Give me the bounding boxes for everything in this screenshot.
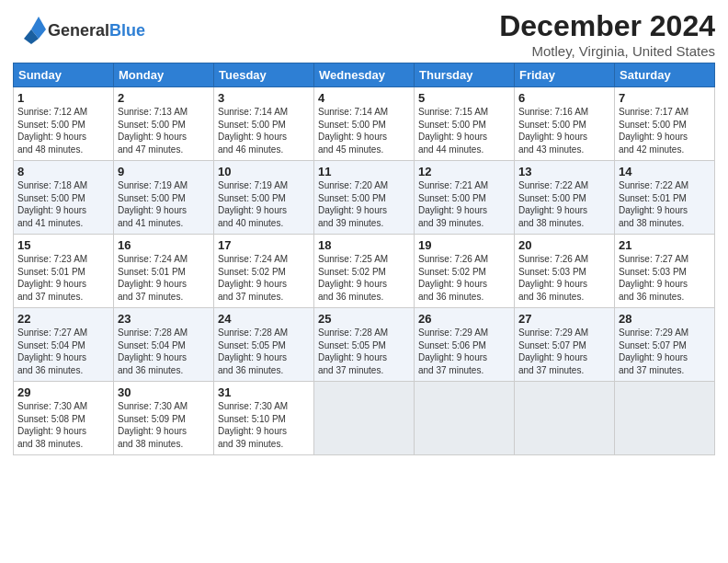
day-info: Sunrise: 7:28 AM Sunset: 5:04 PM Dayligh…: [118, 327, 210, 376]
day-number: 5: [418, 91, 510, 105]
day-info: Sunrise: 7:22 AM Sunset: 5:00 PM Dayligh…: [518, 179, 610, 229]
logo-general: General: [48, 21, 109, 40]
calendar-week-row-2: 8Sunrise: 7:18 AM Sunset: 5:00 PM Daylig…: [14, 161, 715, 235]
day-info: Sunrise: 7:27 AM Sunset: 5:04 PM Dayligh…: [17, 327, 109, 376]
day-number: 30: [118, 385, 210, 399]
header: GeneralBlue December 2024 Motley, Virgin…: [13, 9, 715, 59]
calendar-cell: 7Sunrise: 7:17 AM Sunset: 5:00 PM Daylig…: [615, 87, 715, 161]
day-number: 6: [518, 91, 610, 105]
calendar-cell: 6Sunrise: 7:16 AM Sunset: 5:00 PM Daylig…: [515, 87, 615, 161]
calendar-cell: 1Sunrise: 7:12 AM Sunset: 5:00 PM Daylig…: [14, 87, 114, 161]
day-number: 4: [318, 91, 410, 105]
calendar-cell: 10Sunrise: 7:19 AM Sunset: 5:00 PM Dayli…: [214, 161, 314, 235]
day-info: Sunrise: 7:21 AM Sunset: 5:00 PM Dayligh…: [418, 179, 510, 229]
main-title: December 2024: [499, 9, 715, 43]
day-info: Sunrise: 7:19 AM Sunset: 5:00 PM Dayligh…: [118, 179, 210, 229]
day-info: Sunrise: 7:24 AM Sunset: 5:01 PM Dayligh…: [118, 253, 210, 303]
logo-blue: Blue: [109, 21, 145, 40]
calendar-week-row-3: 15Sunrise: 7:23 AM Sunset: 5:01 PM Dayli…: [14, 235, 715, 308]
day-info: Sunrise: 7:26 AM Sunset: 5:02 PM Dayligh…: [418, 253, 510, 303]
day-info: Sunrise: 7:14 AM Sunset: 5:00 PM Dayligh…: [318, 106, 410, 155]
day-number: 3: [218, 91, 310, 105]
calendar-cell: 19Sunrise: 7:26 AM Sunset: 5:02 PM Dayli…: [415, 235, 515, 308]
day-number: 10: [218, 165, 310, 178]
day-info: Sunrise: 7:14 AM Sunset: 5:00 PM Dayligh…: [218, 106, 310, 155]
day-info: Sunrise: 7:24 AM Sunset: 5:02 PM Dayligh…: [218, 253, 310, 303]
title-block: December 2024 Motley, Virginia, United S…: [499, 9, 715, 59]
calendar-cell: 13Sunrise: 7:22 AM Sunset: 5:00 PM Dayli…: [515, 161, 615, 235]
day-info: Sunrise: 7:12 AM Sunset: 5:00 PM Dayligh…: [17, 106, 109, 155]
calendar-cell: 18Sunrise: 7:25 AM Sunset: 5:02 PM Dayli…: [314, 235, 415, 308]
calendar-cell: 30Sunrise: 7:30 AM Sunset: 5:09 PM Dayli…: [114, 382, 214, 455]
day-number: 28: [619, 312, 711, 326]
day-number: 2: [118, 91, 210, 105]
calendar-cell: 16Sunrise: 7:24 AM Sunset: 5:01 PM Dayli…: [114, 235, 214, 308]
day-info: Sunrise: 7:29 AM Sunset: 5:07 PM Dayligh…: [619, 327, 711, 376]
day-number: 11: [318, 165, 410, 178]
day-number: 29: [17, 385, 109, 399]
logo-text: GeneralBlue: [48, 21, 145, 40]
calendar-cell: [615, 382, 715, 455]
day-number: 8: [17, 165, 109, 178]
day-info: Sunrise: 7:25 AM Sunset: 5:02 PM Dayligh…: [318, 253, 410, 303]
calendar-cell: 17Sunrise: 7:24 AM Sunset: 5:02 PM Dayli…: [214, 235, 314, 308]
calendar-week-row-1: 1Sunrise: 7:12 AM Sunset: 5:00 PM Daylig…: [14, 87, 715, 161]
day-number: 21: [619, 238, 711, 252]
day-number: 12: [418, 165, 510, 178]
day-number: 7: [619, 91, 711, 105]
day-info: Sunrise: 7:30 AM Sunset: 5:08 PM Dayligh…: [17, 400, 109, 450]
day-info: Sunrise: 7:19 AM Sunset: 5:00 PM Dayligh…: [218, 179, 310, 229]
calendar-cell: 27Sunrise: 7:29 AM Sunset: 5:07 PM Dayli…: [515, 308, 615, 382]
day-number: 16: [118, 238, 210, 252]
day-number: 22: [17, 312, 109, 326]
calendar-cell: [415, 382, 515, 455]
day-info: Sunrise: 7:22 AM Sunset: 5:01 PM Dayligh…: [619, 179, 711, 229]
day-number: 1: [17, 91, 109, 105]
logo: GeneralBlue: [13, 13, 145, 48]
calendar-cell: 29Sunrise: 7:30 AM Sunset: 5:08 PM Dayli…: [14, 382, 114, 455]
calendar-table: Sunday Monday Tuesday Wednesday Thursday…: [13, 63, 715, 455]
day-info: Sunrise: 7:29 AM Sunset: 5:06 PM Dayligh…: [418, 327, 510, 376]
calendar-cell: 25Sunrise: 7:28 AM Sunset: 5:05 PM Dayli…: [314, 308, 415, 382]
day-number: 24: [218, 312, 310, 326]
page-container: GeneralBlue December 2024 Motley, Virgin…: [0, 0, 728, 461]
calendar-cell: [314, 382, 415, 455]
day-info: Sunrise: 7:16 AM Sunset: 5:00 PM Dayligh…: [518, 106, 610, 155]
day-info: Sunrise: 7:30 AM Sunset: 5:10 PM Dayligh…: [218, 400, 310, 450]
calendar-cell: 2Sunrise: 7:13 AM Sunset: 5:00 PM Daylig…: [114, 87, 214, 161]
day-info: Sunrise: 7:15 AM Sunset: 5:00 PM Dayligh…: [418, 106, 510, 155]
day-info: Sunrise: 7:29 AM Sunset: 5:07 PM Dayligh…: [518, 327, 610, 376]
day-number: 27: [518, 312, 610, 326]
col-tuesday: Tuesday: [214, 63, 314, 87]
day-info: Sunrise: 7:20 AM Sunset: 5:00 PM Dayligh…: [318, 179, 410, 229]
calendar-week-row-4: 22Sunrise: 7:27 AM Sunset: 5:04 PM Dayli…: [14, 308, 715, 382]
col-sunday: Sunday: [14, 63, 114, 87]
col-saturday: Saturday: [615, 63, 715, 87]
calendar-cell: 22Sunrise: 7:27 AM Sunset: 5:04 PM Dayli…: [14, 308, 114, 382]
day-number: 17: [218, 238, 310, 252]
calendar-cell: 24Sunrise: 7:28 AM Sunset: 5:05 PM Dayli…: [214, 308, 314, 382]
day-number: 31: [218, 385, 310, 399]
day-info: Sunrise: 7:18 AM Sunset: 5:00 PM Dayligh…: [17, 179, 109, 229]
day-info: Sunrise: 7:17 AM Sunset: 5:00 PM Dayligh…: [619, 106, 711, 155]
col-wednesday: Wednesday: [314, 63, 415, 87]
calendar-cell: 9Sunrise: 7:19 AM Sunset: 5:00 PM Daylig…: [114, 161, 214, 235]
day-info: Sunrise: 7:30 AM Sunset: 5:09 PM Dayligh…: [118, 400, 210, 450]
calendar-cell: 15Sunrise: 7:23 AM Sunset: 5:01 PM Dayli…: [14, 235, 114, 308]
calendar-cell: 3Sunrise: 7:14 AM Sunset: 5:00 PM Daylig…: [214, 87, 314, 161]
day-number: 13: [518, 165, 610, 178]
calendar-cell: 12Sunrise: 7:21 AM Sunset: 5:00 PM Dayli…: [415, 161, 515, 235]
day-info: Sunrise: 7:28 AM Sunset: 5:05 PM Dayligh…: [318, 327, 410, 376]
calendar-cell: 4Sunrise: 7:14 AM Sunset: 5:00 PM Daylig…: [314, 87, 415, 161]
day-info: Sunrise: 7:27 AM Sunset: 5:03 PM Dayligh…: [619, 253, 711, 303]
calendar-cell: 21Sunrise: 7:27 AM Sunset: 5:03 PM Dayli…: [615, 235, 715, 308]
day-number: 25: [318, 312, 410, 326]
subtitle: Motley, Virginia, United States: [499, 43, 715, 59]
day-number: 26: [418, 312, 510, 326]
calendar-cell: [515, 382, 615, 455]
day-number: 9: [118, 165, 210, 178]
calendar-cell: 14Sunrise: 7:22 AM Sunset: 5:01 PM Dayli…: [615, 161, 715, 235]
day-info: Sunrise: 7:23 AM Sunset: 5:01 PM Dayligh…: [17, 253, 109, 303]
col-thursday: Thursday: [415, 63, 515, 87]
calendar-cell: 5Sunrise: 7:15 AM Sunset: 5:00 PM Daylig…: [415, 87, 515, 161]
